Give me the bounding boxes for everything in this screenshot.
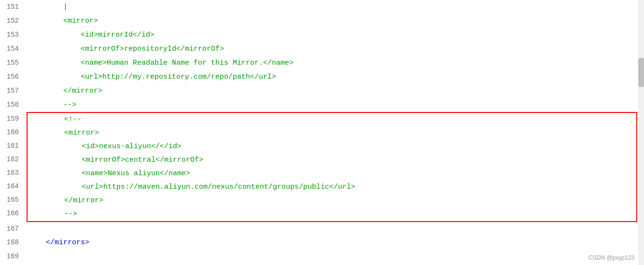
line-content: </mirror> xyxy=(27,84,644,98)
line: 154 <mirrorOf>repositoryId</mirrorOf> xyxy=(0,42,644,56)
line: 152 <mirror> xyxy=(0,14,644,28)
line-number: 164 xyxy=(0,180,27,193)
line-content: | xyxy=(27,0,644,14)
line-number: 153 xyxy=(0,28,27,42)
line-number: 168 xyxy=(0,236,27,249)
line-content: --> xyxy=(28,208,636,221)
code-area: 151 |152 <mirror>153 <id>mirrorId</id>15… xyxy=(0,0,644,263)
line: 167 xyxy=(0,222,644,236)
line-number: 152 xyxy=(0,14,27,28)
line-number: 151 xyxy=(0,0,27,14)
line: 155 <name>Human Readable Name for this M… xyxy=(0,56,644,70)
line: 168 </mirrors> xyxy=(0,236,644,250)
line-content: <!-- xyxy=(28,113,636,126)
line-number: 165 xyxy=(0,193,27,207)
line-content: <mirrorOf>central</mirrorOf> xyxy=(28,153,636,167)
highlighted-box: 159160161162163164165166 <!-- <mirror> <… xyxy=(0,112,644,222)
line-content: <name>Nexus aliyun</name> xyxy=(28,167,636,181)
line-number: 154 xyxy=(0,42,27,56)
line: 169 xyxy=(0,250,644,263)
watermark: CSDN @pxyp123 xyxy=(588,254,634,261)
line-number: 169 xyxy=(0,250,27,263)
line-content: </mirrors> xyxy=(27,236,644,250)
line-content: </mirror> xyxy=(28,194,636,208)
scrollbar-thumb[interactable] xyxy=(638,58,644,87)
line-content: <url>https://maven.aliyun.com/nexus/cont… xyxy=(28,181,636,194)
line-number: 155 xyxy=(0,56,27,70)
line-number: 159 xyxy=(0,112,27,126)
line-content: <mirror> xyxy=(27,14,644,28)
line-number: 162 xyxy=(0,153,27,166)
line-number: 163 xyxy=(0,166,27,180)
code-container: 151 |152 <mirror>153 <id>mirrorId</id>15… xyxy=(0,0,644,265)
scrollbar[interactable] xyxy=(638,0,644,265)
line-number: 158 xyxy=(0,98,27,112)
line-number: 156 xyxy=(0,70,27,84)
line-content: <mirror> xyxy=(28,126,636,140)
line-number: 157 xyxy=(0,84,27,98)
line-content: <url>http://my.repository.com/repo/path<… xyxy=(27,70,644,84)
line-content: <name>Human Readable Name for this Mirro… xyxy=(27,56,644,70)
line: 158 --> xyxy=(0,98,644,112)
line-number: 161 xyxy=(0,139,27,153)
line-number: 160 xyxy=(0,126,27,139)
line-content: <id>nexus-aliyun</</id> xyxy=(28,140,636,153)
line-number: 167 xyxy=(0,222,27,236)
line: 153 <id>mirrorId</id> xyxy=(0,28,644,42)
line: 151 | xyxy=(0,0,644,14)
line-content: <id>mirrorId</id> xyxy=(27,28,644,42)
line: 156 <url>http://my.repository.com/repo/p… xyxy=(0,70,644,84)
line: 157 </mirror> xyxy=(0,84,644,98)
line-content: <mirrorOf>repositoryId</mirrorOf> xyxy=(27,42,644,56)
line-content: --> xyxy=(27,98,644,112)
line-number: 166 xyxy=(0,207,27,220)
